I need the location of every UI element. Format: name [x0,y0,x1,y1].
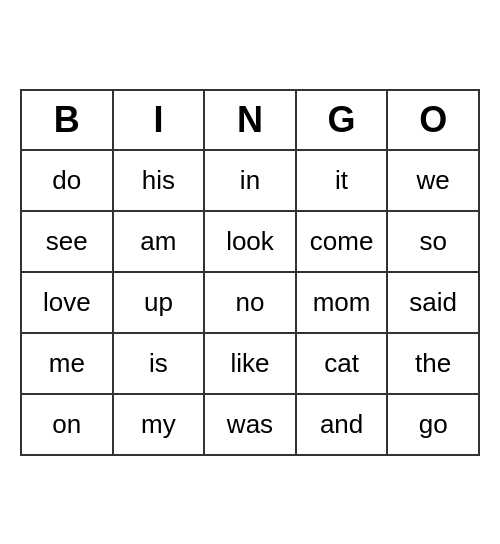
bingo-cell: look [205,212,297,271]
bingo-row: onmywasandgo [22,395,478,454]
bingo-cell: so [388,212,478,271]
bingo-cell: cat [297,334,389,393]
bingo-cell: no [205,273,297,332]
bingo-cell: in [205,151,297,210]
bingo-cell: said [388,273,478,332]
bingo-cell: do [22,151,114,210]
bingo-card: BINGO dohisinitweseeamlookcomesoloveupno… [20,89,480,456]
bingo-row: dohisinitwe [22,151,478,212]
bingo-header: BINGO [22,91,478,151]
bingo-cell: the [388,334,478,393]
bingo-cell: love [22,273,114,332]
bingo-cell: was [205,395,297,454]
bingo-cell: like [205,334,297,393]
bingo-cell: see [22,212,114,271]
bingo-header-cell: N [205,91,297,151]
bingo-cell: and [297,395,389,454]
bingo-cell: come [297,212,389,271]
bingo-cell: my [114,395,206,454]
bingo-header-cell: B [22,91,114,151]
bingo-cell: am [114,212,206,271]
bingo-row: loveupnomomsaid [22,273,478,334]
bingo-header-cell: O [388,91,478,151]
bingo-row: seeamlookcomeso [22,212,478,273]
bingo-cell: on [22,395,114,454]
bingo-row: meislikecatthe [22,334,478,395]
bingo-header-cell: G [297,91,389,151]
bingo-cell: is [114,334,206,393]
bingo-cell: mom [297,273,389,332]
bingo-cell: we [388,151,478,210]
bingo-cell: up [114,273,206,332]
bingo-cell: it [297,151,389,210]
bingo-header-cell: I [114,91,206,151]
bingo-cell: go [388,395,478,454]
bingo-cell: his [114,151,206,210]
bingo-cell: me [22,334,114,393]
